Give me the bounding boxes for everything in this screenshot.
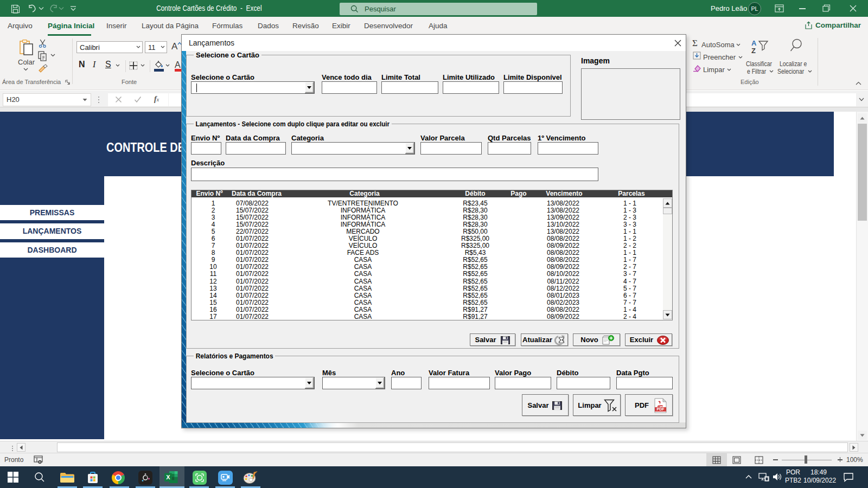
svg-text:PDF: PDF: [657, 407, 665, 411]
svg-text:X: X: [166, 474, 170, 480]
